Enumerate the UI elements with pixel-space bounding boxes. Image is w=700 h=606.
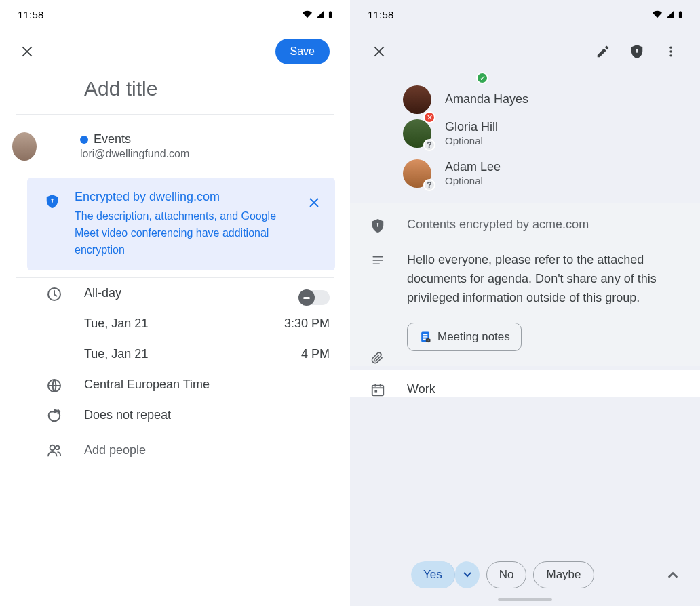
allday-toggle[interactable] [300,290,330,305]
account-email: lori@dwellingfund.com [80,148,189,160]
svg-point-9 [669,50,672,52]
start-datetime-row[interactable]: Tue, Jan 21 3:30 PM [0,308,350,339]
account-row[interactable]: Events lori@dwellingfund.com [0,121,350,171]
encryption-dismiss-icon[interactable] [308,197,320,209]
signal-icon [315,9,326,19]
allday-label: All-day [84,286,121,300]
guest-optional: Optional [445,175,501,186]
end-datetime-row[interactable]: Tue, Jan 21 4 PM [0,339,350,369]
doc-icon [419,330,432,344]
timezone-row[interactable]: Central European Time [0,369,350,400]
repeat-icon [46,408,62,423]
repeat-row[interactable]: Does not repeat [0,400,350,430]
top-bar [350,30,700,73]
repeat-label: Does not repeat [84,408,171,422]
calendar-color-dot [80,136,88,144]
svg-point-5 [56,446,60,450]
guest-name: Adam Lee [445,160,501,174]
event-details-screen: 11:58 ✓ [350,0,700,606]
more-icon[interactable] [657,37,685,66]
close-icon[interactable] [20,45,34,58]
attachment-chip[interactable]: Meeting notes [407,323,522,351]
gesture-handle [498,598,552,601]
svg-rect-14 [423,334,428,336]
rsvp-yes-group: Yes [411,561,480,588]
awaiting-badge-icon: ? [423,179,435,191]
guest-row[interactable]: ? Gloria Hill Optional [350,113,700,153]
encrypted-by-label: Contents encrypted by acme.com [407,218,685,232]
calendar-row[interactable]: Work [350,370,700,397]
guest-name: Amanda Hayes [445,92,528,106]
svg-point-4 [50,445,55,450]
close-icon[interactable] [365,37,393,66]
svg-rect-16 [423,338,426,340]
calendar-name: Events [80,132,189,146]
calendar-icon [370,382,385,397]
encryption-title: Encrypted by dwelling.com [75,190,323,204]
add-people-row[interactable]: Add people [0,435,350,466]
avatar [15,132,37,161]
chevron-down-icon [463,572,471,578]
rsvp-yes-dropdown[interactable] [455,561,480,588]
svg-rect-15 [423,336,428,338]
wifi-icon [651,9,663,19]
details-section: Contents encrypted by acme.com Hello eve… [350,203,700,366]
svg-point-10 [669,54,672,56]
encryption-body: The description, attachments, and Google… [75,208,278,258]
shield-icon [45,193,60,210]
edit-icon[interactable] [589,37,617,66]
guest-row[interactable]: ? Adam Lee Optional [350,153,700,193]
save-button[interactable]: Save [275,39,330,64]
end-date: Tue, Jan 21 [84,347,148,361]
avatar [403,85,431,114]
title-placeholder: Add title [84,77,157,100]
expand-icon[interactable] [661,563,685,587]
rsvp-no-button[interactable]: No [486,561,527,588]
encryption-banner: Encrypted by dwelling.com The descriptio… [27,178,335,270]
clock-time: 11:58 [18,9,44,20]
battery-icon [327,9,334,20]
rsvp-bar: Yes No Maybe [350,552,700,606]
attachment-label: Meeting notes [438,330,510,344]
svg-point-7 [636,49,638,51]
description-text: Hello everyone, please refer to the atta… [407,251,685,308]
start-date: Tue, Jan 21 [84,317,148,331]
svg-point-12 [377,223,379,225]
create-event-screen: 11:58 Save Add title Events lori@dwellin… [0,0,350,606]
status-icons [301,9,334,20]
guest-optional: Optional [445,135,498,146]
timezone-label: Central European Time [84,378,210,392]
top-bar: Save [0,30,350,73]
description-icon [370,254,385,266]
globe-icon [46,378,62,394]
rsvp-yes-button[interactable]: Yes [411,561,455,588]
svg-rect-19 [374,390,377,393]
guest-row[interactable]: ✕ Amanda Hayes [350,85,700,113]
awaiting-badge-icon: ? [423,139,435,151]
svg-rect-18 [372,385,384,395]
divider [16,114,334,115]
wifi-icon [301,9,313,19]
svg-point-8 [669,47,672,49]
title-field[interactable]: Add title [84,73,350,114]
signal-icon [665,9,676,19]
svg-point-17 [427,339,429,340]
svg-point-1 [52,199,54,201]
calendar-label: Work [407,382,435,397]
shield-icon[interactable] [623,37,651,66]
status-bar: 11:58 [0,0,350,26]
add-people-label: Add people [84,443,146,458]
guest-name: Gloria Hill [445,120,498,134]
clock-time: 11:58 [368,9,394,20]
battery-icon [677,9,684,20]
clock-icon [46,286,62,302]
rsvp-maybe-button[interactable]: Maybe [533,561,594,588]
start-time: 3:30 PM [284,317,330,331]
status-icons [651,9,684,20]
status-bar: 11:58 [350,0,700,26]
attachment-icon [370,350,384,365]
end-time: 4 PM [301,347,330,361]
accepted-badge-icon: ✓ [476,72,488,84]
allday-row: All-day [0,278,350,308]
people-icon [46,443,62,458]
